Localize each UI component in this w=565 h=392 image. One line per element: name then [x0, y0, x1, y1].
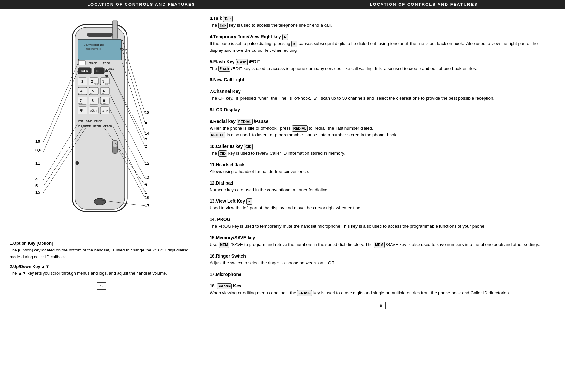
feature-cid: 10.Caller ID key CID The CID key is used…: [210, 143, 552, 157]
feature-temp-tone: 4.Temporary Tone/View Right key ► If the…: [210, 33, 552, 54]
updown-key-section: 2.Up/Down Key ▲▼ The ▲▼ key lets you scr…: [10, 263, 193, 277]
svg-text:OPTION: OPTION: [103, 125, 112, 127]
page-header: LOCATION OF CONTROLS AND FEATURES LOCATI…: [0, 0, 565, 9]
redial-key-icon: REDIAL: [237, 119, 253, 125]
feature-talk: 3.Talk Talk The Talk key is used to acce…: [210, 15, 552, 29]
callout-17: 17: [145, 203, 149, 208]
svg-text:ABC: ABC: [94, 83, 98, 85]
option-key-section: 1.Option Key [Option] The [Option] key,l…: [10, 240, 193, 260]
callout-7: 7: [145, 137, 147, 142]
svg-text:DEF: DEF: [105, 83, 109, 85]
svg-rect-62: [113, 141, 117, 147]
left-key-icon: ◄: [246, 198, 252, 205]
phone-svg: Southwestern Bell Freedom Phone MUTE CID…: [34, 15, 169, 234]
mem-key-ref2: MEM: [374, 242, 385, 248]
callout-9: 9: [145, 182, 147, 187]
svg-text:REDIAL: REDIAL: [93, 125, 102, 127]
talk-key-ref: Talk: [218, 23, 228, 29]
callout-15: 15: [35, 190, 40, 195]
option-key-text: The [Option] key,located on the bottom o…: [10, 248, 189, 259]
flash-key-icon: Flash: [236, 59, 248, 65]
svg-text:0: 0: [92, 108, 94, 112]
updown-key-title: 2.Up/Down Key ▲▼: [10, 264, 50, 269]
right-key-icon: ►: [282, 34, 288, 40]
talk-key-icon: Talk: [223, 16, 232, 22]
feature-channel: 7.Channel Key The CH key, if pressed whe…: [210, 88, 552, 102]
right-panel: 3.Talk Talk The Talk key is used to acce…: [200, 9, 565, 392]
left-panel: Southwestern Bell Freedom Phone MUTE CID…: [0, 9, 200, 392]
feature-ringer: 16.Ringer Switch Adjust the switch to se…: [210, 253, 552, 267]
svg-text:EDIT: EDIT: [78, 120, 84, 122]
callout-2: 2: [145, 144, 147, 149]
feature-microphone: 17.Microphone: [210, 271, 552, 278]
svg-text:FLASH: FLASH: [78, 125, 86, 127]
flash-key-ref: Flash: [218, 66, 230, 72]
header-right: LOCATION OF CONTROLS AND FEATURES: [283, 0, 565, 9]
svg-text:WXYZ: WXYZ: [101, 102, 107, 104]
page-number-left: 5: [10, 283, 193, 288]
callout-4: 4: [35, 177, 38, 182]
erase-key-icon: ERASE: [217, 283, 232, 289]
svg-text:MEM: MEM: [86, 125, 91, 127]
callout-12: 12: [145, 161, 149, 166]
svg-text:SAVE: SAVE: [86, 120, 92, 122]
callout-18: 18: [145, 110, 149, 115]
callout-14: 14: [145, 131, 149, 136]
svg-rect-2: [113, 20, 117, 39]
option-key-title: 1.Option Key [Option]: [10, 241, 53, 246]
cid-key-icon: CID: [244, 144, 253, 150]
svg-text:TUV: TUV: [90, 102, 94, 104]
feature-prog: 14. PROG The PROG key is used to tempora…: [210, 216, 552, 230]
svg-text:2: 2: [91, 79, 93, 83]
svg-point-64: [94, 198, 106, 205]
svg-rect-3: [87, 33, 113, 37]
cid-key-ref: CID: [218, 150, 227, 157]
svg-text:►: ►: [106, 109, 109, 112]
svg-text:ERASE: ERASE: [89, 62, 97, 65]
svg-text:REV: REV: [109, 68, 114, 70]
svg-text:Southwestern Bell: Southwestern Bell: [84, 43, 105, 46]
callout-8: 8: [145, 121, 147, 125]
callout-10: 10: [35, 139, 40, 144]
feature-lcd: 8.LCD Display: [210, 106, 552, 114]
header-left: LOCATION OF CONTROLS AND FEATURES: [0, 0, 283, 9]
left-bottom-text: 1.Option Key [Option] The [Option] key,l…: [10, 240, 193, 277]
callout-13: 13: [145, 175, 149, 180]
page-number-right: 6: [210, 303, 552, 308]
svg-text:PQRS: PQRS: [78, 102, 83, 104]
feature-headset: 11.Headset Jack Allows using a headset f…: [210, 161, 552, 175]
feature-memory: 15.Memory/SAVE key Use MEM /SAVE to prog…: [210, 234, 552, 248]
feature-new-call-light: 6.New Call Light: [210, 77, 552, 84]
callout-5: 5: [35, 183, 38, 188]
svg-text:PAUSE: PAUSE: [94, 120, 102, 122]
feature-flash: 5.Flash Key Flash /EDIT The Flash /EDIT …: [210, 59, 552, 72]
erase-key-ref: ERASE: [297, 290, 312, 296]
redial-key-ref1: REDIAL: [292, 125, 308, 132]
feature-erase: 18. ERASE Key When viewing or editing me…: [210, 283, 552, 296]
svg-text:MNO: MNO: [101, 93, 105, 95]
callout-16: 16: [145, 195, 149, 200]
svg-text:PROG: PROG: [103, 62, 110, 65]
svg-text:JKL: JKL: [90, 93, 93, 95]
updown-key-text: The ▲▼ key lets you scroll through menus…: [10, 271, 167, 276]
phone-illustration: Southwestern Bell Freedom Phone MUTE CID…: [34, 15, 169, 234]
svg-text:CH: CH: [96, 69, 100, 73]
svg-text:3: 3: [102, 79, 104, 83]
svg-text:✱: ✱: [80, 108, 83, 112]
callout-36: 3,6: [35, 148, 41, 152]
svg-text:GHI: GHI: [78, 93, 82, 95]
feature-redial: 9.Redial key REDIAL /Pause WHen the phon…: [210, 118, 552, 139]
content-area: Southwestern Bell Freedom Phone MUTE CID…: [0, 9, 565, 392]
callout-11: 11: [35, 161, 40, 166]
svg-text:MUTE: MUTE: [120, 47, 127, 50]
right-key-ref: ►: [291, 41, 297, 47]
svg-text:Freedom Phone: Freedom Phone: [85, 48, 101, 50]
callout-1: 1: [145, 190, 147, 195]
svg-text:#: #: [102, 108, 104, 112]
feature-dialpad: 12.Dial pad Numeric keys are used in the…: [210, 180, 552, 194]
svg-text:1: 1: [81, 79, 83, 83]
mem-key-ref1: MEM: [219, 242, 230, 248]
svg-text:TALK: TALK: [80, 69, 88, 73]
redial-key-ref2: REDIAL: [210, 132, 225, 138]
svg-rect-11: [78, 60, 85, 65]
